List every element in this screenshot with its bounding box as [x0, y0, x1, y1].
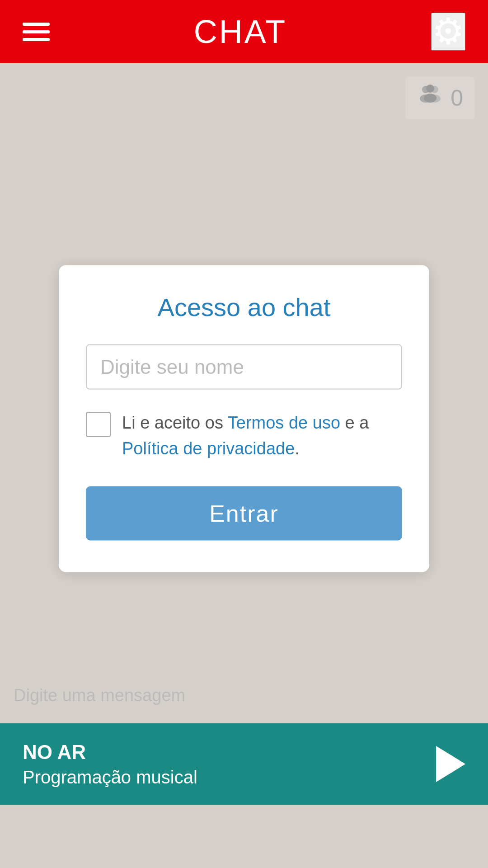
settings-icon[interactable]: ⚙ — [431, 13, 465, 51]
play-icon — [436, 746, 465, 782]
terms-row: Li e aceito os Termos de uso e a Polític… — [86, 410, 402, 462]
terms-checkbox[interactable] — [86, 412, 111, 437]
bottom-bar: NO AR Programação musical — [0, 723, 488, 805]
chat-access-modal: Acesso ao chat Li e aceito os Termos de … — [59, 265, 429, 572]
name-input[interactable] — [86, 344, 402, 390]
terms-middle: e a — [340, 413, 369, 432]
message-input-placeholder: Digite uma mensagem — [14, 686, 185, 705]
terms-text: Li e aceito os Termos de uso e a Polític… — [122, 410, 402, 462]
on-air-info: NO AR Programação musical — [23, 741, 197, 788]
terms-of-use-link[interactable]: Termos de uso — [228, 413, 340, 432]
on-air-subtitle: Programação musical — [23, 767, 197, 788]
terms-prefix: Li e aceito os — [122, 413, 228, 432]
page-title: CHAT — [194, 13, 287, 50]
on-air-label: NO AR — [23, 741, 197, 764]
modal-title: Acesso ao chat — [86, 292, 402, 322]
chat-area: Acesso ao chat Li e aceito os Termos de … — [0, 63, 488, 805]
play-button[interactable] — [436, 746, 465, 782]
enter-button[interactable]: Entrar — [86, 486, 402, 541]
app-header: CHAT ⚙ — [0, 0, 488, 63]
terms-suffix: . — [295, 439, 300, 458]
main-content: 0 Acesso ao chat Li e aceito os Termos d… — [0, 63, 488, 805]
message-input-area: Digite uma mensagem — [0, 677, 488, 714]
menu-icon[interactable] — [23, 23, 50, 41]
privacy-policy-link[interactable]: Política de privacidade — [122, 439, 295, 458]
